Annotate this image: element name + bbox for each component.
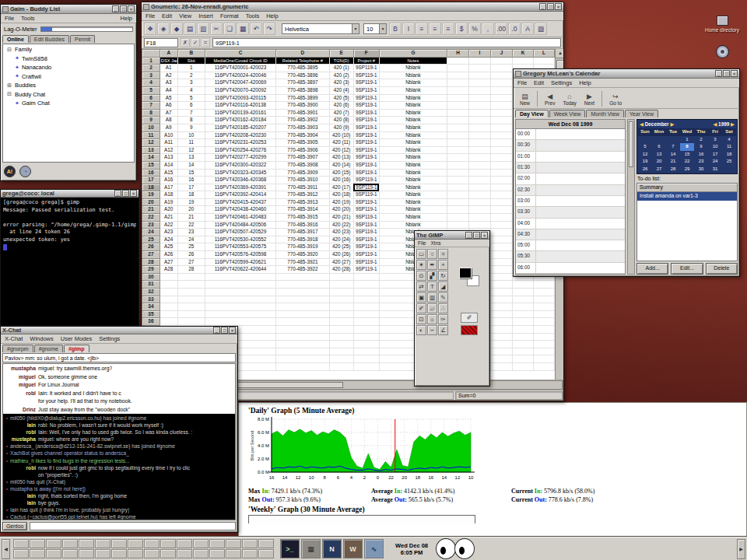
- cell-J8[interactable]: [491, 109, 513, 117]
- measure-tool-icon[interactable]: ∠: [438, 325, 448, 335]
- cell-H1[interactable]: [447, 57, 469, 65]
- menu-windows[interactable]: Windows: [30, 335, 53, 342]
- cell-D1[interactable]: Related Telephone #: [276, 57, 329, 65]
- today-button[interactable]: ⌂Today: [560, 92, 578, 107]
- column-header-I[interactable]: I: [469, 50, 491, 58]
- cell-F18[interactable]: 9SP119-1: [353, 184, 379, 191]
- cell-E1[interactable]: TGN(D): [329, 57, 353, 65]
- cell-I11[interactable]: [469, 131, 491, 139]
- task-button[interactable]: [46, 549, 61, 558]
- convolve-tool-icon[interactable]: ☼: [427, 314, 437, 324]
- cell-J9[interactable]: [491, 117, 513, 124]
- cell-E21[interactable]: 420 (20): [329, 206, 353, 214]
- cell-G14[interactable]: Nblank: [379, 154, 447, 162]
- row-header-13[interactable]: 13: [142, 146, 160, 154]
- dropdown-icon[interactable]: ▼: [379, 24, 386, 33]
- menu-help[interactable]: Help: [266, 12, 278, 19]
- cell-G11[interactable]: Nblank: [379, 131, 447, 139]
- task-button[interactable]: [144, 549, 160, 558]
- cell-E6[interactable]: 420 (5): [329, 94, 353, 102]
- time-slot-02-00[interactable]: 02:00: [516, 173, 625, 184]
- time-slot-01-30[interactable]: 01:30: [516, 163, 625, 173]
- mini-day-22[interactable]: 22: [680, 158, 694, 166]
- accept-icon[interactable]: ✓: [191, 38, 200, 47]
- cell-E22[interactable]: 420 (21): [329, 214, 353, 222]
- cell-C3[interactable]: 116PVT420024-420046: [205, 72, 275, 79]
- cell-I21[interactable]: [469, 206, 491, 214]
- cell-C17[interactable]: 116PVT420346-420368: [205, 177, 275, 184]
- window-menu-icon[interactable]: [2, 6, 9, 12]
- cell-E34[interactable]: [329, 303, 353, 311]
- cell-A31[interactable]: [160, 281, 177, 289]
- next-button[interactable]: ▶Next: [582, 92, 597, 107]
- gaim-window[interactable]: Gaim - Buddy List _□× FileToolsHelp Lag-…: [0, 4, 137, 181]
- ink-tool-icon[interactable]: ✑: [438, 314, 448, 324]
- task-button[interactable]: [95, 539, 110, 548]
- cell-E3[interactable]: 420 (2): [329, 72, 353, 79]
- new-button[interactable]: ▤New: [517, 92, 532, 107]
- cell-D27[interactable]: 770-485-3920: [276, 251, 329, 259]
- cell-G8[interactable]: Nblank: [379, 109, 447, 117]
- equals-icon[interactable]: =: [201, 38, 210, 47]
- cell-D26[interactable]: 770-485-3919: [276, 243, 329, 251]
- cell-E39[interactable]: [329, 341, 353, 348]
- row-header-6[interactable]: 6: [142, 94, 160, 102]
- cell-K31[interactable]: [513, 281, 534, 289]
- cell-F32[interactable]: [353, 289, 379, 296]
- task-button[interactable]: [144, 539, 160, 548]
- cell-J2[interactable]: [491, 65, 513, 72]
- task-button[interactable]: [79, 549, 94, 558]
- cell-E36[interactable]: [329, 318, 353, 326]
- cell-A32[interactable]: [160, 289, 177, 296]
- cell-F40[interactable]: [353, 348, 379, 355]
- cell-K35[interactable]: [513, 310, 534, 318]
- cell-D39[interactable]: [276, 341, 329, 348]
- cell-A15[interactable]: A14: [160, 161, 177, 169]
- todo-list[interactable]: Summary Install amanda on var1-3: [637, 183, 738, 261]
- mini-day-5[interactable]: 5: [638, 143, 652, 151]
- cell-H2[interactable]: [447, 65, 469, 72]
- mini-day-19[interactable]: 19: [638, 158, 652, 166]
- task-button[interactable]: [13, 549, 29, 558]
- task-button[interactable]: [111, 539, 127, 548]
- paintbrush-tool-icon[interactable]: ✐: [416, 303, 426, 313]
- cell-A29[interactable]: A28: [160, 266, 177, 274]
- color-swatch-area[interactable]: [459, 268, 479, 286]
- cell-F3[interactable]: 9SP119-1: [353, 72, 379, 79]
- cell-H5[interactable]: [447, 86, 469, 94]
- time-slot-00-00[interactable]: 00:00: [516, 129, 625, 140]
- row-header-15[interactable]: 15: [142, 161, 160, 169]
- close-icon[interactable]: ×: [481, 232, 488, 239]
- cell-F26[interactable]: 9SP119-1: [353, 243, 379, 251]
- column-header-B[interactable]: B: [177, 50, 205, 58]
- cell-D14[interactable]: 770-485-3907: [276, 154, 329, 162]
- menu-settings[interactable]: Settings: [99, 335, 120, 342]
- day-view-scrollbar[interactable]: [627, 119, 635, 275]
- crop-tool-icon[interactable]: ▞: [427, 271, 437, 281]
- task-button[interactable]: [242, 549, 258, 558]
- time-slot-05-30[interactable]: 05:30: [516, 251, 625, 262]
- cell-D24[interactable]: 770-485-3917: [276, 229, 329, 236]
- add-decimal-icon[interactable]: .00: [495, 23, 507, 35]
- cell-C8[interactable]: 116PVT420139-420161: [205, 109, 275, 117]
- topic-bar[interactable]: Pavlov> mm: so ulum, i got a date. <jlb>: [2, 353, 236, 362]
- cell-C23[interactable]: 116PVT420484-420506: [205, 221, 275, 229]
- cell-H9[interactable]: [447, 117, 469, 124]
- minimize-icon[interactable]: _: [465, 232, 472, 239]
- nick-button[interactable]: Gentoo: [2, 522, 27, 530]
- next-month-icon[interactable]: ▶: [670, 121, 674, 127]
- font-selector[interactable]: Helvetica ▼: [282, 23, 359, 34]
- tab-month-view[interactable]: Month View: [586, 110, 623, 117]
- cell-H3[interactable]: [447, 72, 469, 79]
- cell-E19[interactable]: 420 (18): [329, 191, 353, 199]
- time-slot-04-30[interactable]: 04:30: [516, 229, 625, 240]
- cell-K41[interactable]: [513, 355, 534, 363]
- mini-day-15[interactable]: 15: [680, 151, 694, 159]
- prev-month-icon[interactable]: ◀: [640, 121, 644, 127]
- brush-indicator[interactable]: ✐: [461, 313, 478, 323]
- mini-day-30[interactable]: 30: [694, 166, 708, 173]
- cell-J36[interactable]: [491, 318, 513, 326]
- row-header-30[interactable]: 30: [142, 273, 160, 281]
- cell-D38[interactable]: [276, 333, 329, 341]
- cell-C7[interactable]: 116PVT420116-420138: [205, 102, 275, 110]
